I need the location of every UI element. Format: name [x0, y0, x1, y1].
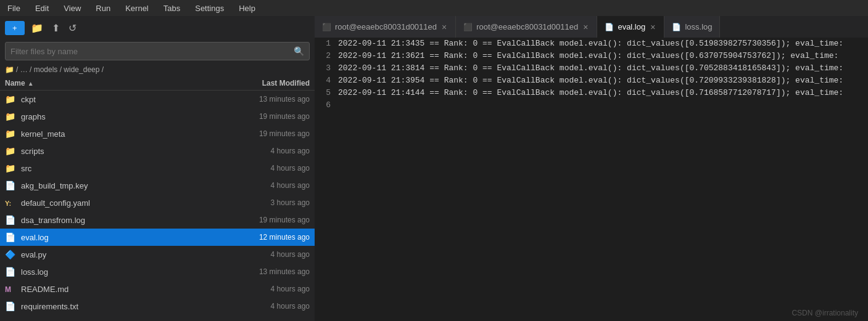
file-type-icon: 🔷 [5, 250, 17, 259]
sort-arrow-icon: ▲ [28, 80, 34, 87]
file-row[interactable]: M README.md 4 hours ago [0, 280, 315, 298]
file-modified: 4 hours ago [223, 250, 310, 259]
watermark-text: CSDN @irrationality [792, 309, 858, 317]
tab-close-button[interactable]: × [649, 22, 656, 32]
menubar-item-settings[interactable]: Settings [192, 2, 226, 14]
new-button[interactable]: + [5, 21, 25, 35]
menubar-item-run[interactable]: Run [93, 2, 113, 14]
menubar-item-file[interactable]: File [5, 2, 23, 14]
editor-content: 12022-09-11 21:3435 == Rank: 0 == EvalCa… [315, 38, 868, 321]
code-line: 6 [315, 99, 868, 112]
file-name: src [21, 164, 223, 173]
file-name: akg_build_tmp.key [21, 181, 223, 190]
menubar-item-view[interactable]: View [61, 2, 83, 14]
code-text: 2022-09-11 21:3435 == Rank: 0 == EvalCal… [338, 38, 843, 50]
file-type-icon: Y: [5, 198, 17, 208]
file-row[interactable]: 📄 loss.log 13 minutes ago [0, 263, 315, 280]
file-name: default_config.yaml [21, 198, 223, 208]
file-type-icon: 📄 [5, 267, 17, 277]
file-row[interactable]: 📁 graphs 19 minutes ago [0, 108, 315, 125]
menubar-item-help[interactable]: Help [236, 2, 258, 14]
file-type-icon: 📄 [5, 215, 17, 225]
file-type-icon: 📁 [5, 112, 17, 121]
search-box: 🔍 [5, 42, 310, 60]
log-file-icon: 📄 [605, 23, 614, 31]
file-name: dsa_transfrom.log [21, 216, 223, 225]
upload-button[interactable]: ⬆ [49, 20, 62, 36]
file-type-icon: 📁 [5, 129, 17, 139]
tab-close-button[interactable]: × [582, 22, 589, 32]
file-row[interactable]: Y: default_config.yaml 3 hours ago [0, 194, 315, 211]
search-input[interactable] [10, 47, 294, 56]
tab-bar: ⬛ root@eeaebc80031d0011ed × ⬛ root@eeaeb… [315, 16, 868, 38]
tab-label: eval.log [618, 22, 645, 31]
file-modified: 4 hours ago [223, 181, 310, 190]
col-modified-label: Last Modified [262, 79, 310, 87]
file-name: ckpt [21, 95, 223, 104]
file-type-icon: M [5, 284, 17, 294]
folder-icon: 📁 [31, 23, 43, 33]
tab-terminal1[interactable]: ⬛ root@eeaebc80031d0011ed × [315, 16, 456, 38]
line-number: 3 [320, 62, 338, 75]
watermark: CSDN @irrationality [792, 309, 858, 317]
code-line: 42022-09-11 21:3954 == Rank: 0 == EvalCa… [315, 75, 868, 87]
code-text: 2022-09-11 21:3621 == Rank: 0 == EvalCal… [338, 50, 838, 62]
tab-terminal2[interactable]: ⬛ root@eeaebc80031d0011ed × [456, 16, 597, 38]
file-list: 📁 ckpt 13 minutes ago 📁 graphs 19 minute… [0, 91, 315, 321]
file-modified: 19 minutes ago [223, 129, 310, 138]
file-modified: 4 hours ago [223, 164, 310, 173]
menubar-item-tabs[interactable]: Tabs [161, 2, 183, 14]
menubar-item-edit[interactable]: Edit [33, 2, 51, 14]
menubar: File Edit View Run Kernel Tabs Settings … [0, 0, 868, 16]
line-number: 4 [320, 75, 338, 87]
code-text: 2022-09-11 21:4144 == Rank: 0 == EvalCal… [338, 87, 843, 99]
code-text: 2022-09-11 21:3954 == Rank: 0 == EvalCal… [338, 75, 843, 87]
refresh-icon: ↺ [68, 23, 76, 33]
file-name: requirements.txt [21, 302, 223, 311]
file-type-icon: 📁 [5, 163, 17, 173]
refresh-button[interactable]: ↺ [66, 20, 79, 36]
plus-icon: + [12, 23, 17, 33]
file-modified: 4 hours ago [223, 302, 310, 311]
new-folder-button[interactable]: 📁 [28, 20, 46, 36]
file-row[interactable]: 📁 ckpt 13 minutes ago [0, 91, 315, 108]
code-line: 32022-09-11 21:3814 == Rank: 0 == EvalCa… [315, 62, 868, 75]
terminal-icon: ⬛ [463, 23, 473, 31]
menubar-item-kernel[interactable]: Kernel [123, 2, 151, 14]
tab-label: root@eeaebc80031d0011ed [335, 22, 437, 31]
explorer-toolbar: + 📁 ⬆ ↺ [0, 16, 315, 39]
search-icon: 🔍 [294, 46, 304, 56]
file-row[interactable]: 📄 akg_build_tmp.key 4 hours ago [0, 177, 315, 194]
file-row[interactable]: 📁 kernel_meta 19 minutes ago [0, 125, 315, 142]
main-layout: + 📁 ⬆ ↺ 🔍 📁 / … / models / wide_deep / [0, 16, 868, 321]
file-type-icon: 📁 [5, 94, 17, 104]
tab-label: loss.log [685, 22, 712, 31]
line-number: 1 [320, 38, 338, 50]
file-row[interactable]: 📄 requirements.txt 4 hours ago [0, 298, 315, 315]
file-modified: 12 minutes ago [223, 233, 310, 242]
terminal-icon: ⬛ [322, 23, 331, 31]
file-type-icon: 📁 [5, 146, 17, 156]
tab-losslog[interactable]: 📄 loss.log [664, 16, 720, 38]
file-row[interactable]: 📄 eval.log 12 minutes ago [0, 229, 315, 246]
tab-label: root@eeaebc80031d0011ed [476, 22, 578, 31]
breadcrumb: 📁 / … / models / wide_deep / [0, 63, 315, 76]
file-row[interactable]: 🔷 eval.py 4 hours ago [0, 246, 315, 263]
code-line: 12022-09-11 21:3435 == Rank: 0 == EvalCa… [315, 38, 868, 50]
line-number: 5 [320, 87, 338, 99]
upload-icon: ⬆ [52, 23, 60, 33]
file-modified: 13 minutes ago [223, 267, 310, 276]
file-list-header: Name ▲ Last Modified [0, 76, 315, 91]
file-name: eval.log [21, 233, 223, 242]
tab-evallog[interactable]: 📄 eval.log × [597, 16, 664, 38]
file-name: README.md [21, 285, 223, 294]
file-row[interactable]: 📁 scripts 4 hours ago [0, 142, 315, 160]
file-type-icon: 📄 [5, 232, 17, 242]
file-explorer: + 📁 ⬆ ↺ 🔍 📁 / … / models / wide_deep / [0, 16, 315, 321]
file-row[interactable]: 📁 src 4 hours ago [0, 160, 315, 177]
tab-close-button[interactable]: × [440, 22, 448, 32]
file-name: graphs [21, 112, 223, 121]
file-name: kernel_meta [21, 129, 223, 139]
file-name: scripts [21, 147, 223, 156]
file-row[interactable]: 📄 dsa_transfrom.log 19 minutes ago [0, 211, 315, 229]
